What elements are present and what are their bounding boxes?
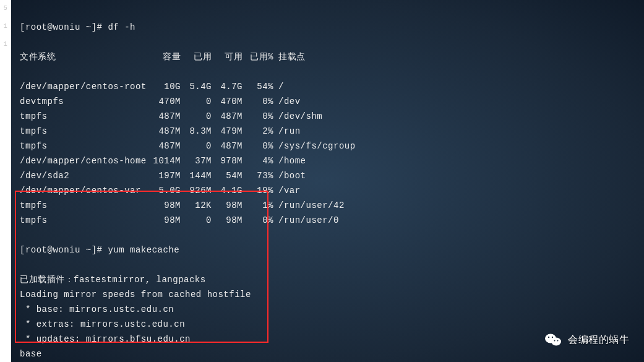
df-used: 8.3M [181, 124, 212, 139]
svg-point-5 [557, 340, 559, 342]
df-size: 10G [150, 79, 181, 94]
yum-output-line: base [20, 347, 635, 361]
df-filesystem: tmpfs [20, 124, 150, 139]
df-pct: 54% [243, 79, 273, 94]
df-size: 197M [150, 168, 181, 183]
df-avail: 54M [212, 168, 243, 183]
df-mount: /run/user/42 [273, 198, 345, 213]
df-row: /dev/mapper/centos-var5.0G926M4.1G19%/va… [20, 183, 635, 198]
df-used: 5.4G [181, 79, 212, 94]
df-filesystem: /dev/sda2 [20, 168, 150, 183]
df-filesystem: devtmpfs [20, 94, 150, 109]
header-used: 已用 [181, 50, 212, 64]
df-row: tmpfs487M8.3M479M2%/run [20, 124, 635, 139]
yum-output-line: * updates: mirrors.bfsu.edu.cn [20, 332, 635, 347]
df-pct: 4% [243, 153, 273, 168]
df-avail: 98M [212, 198, 243, 213]
df-mount: /dev [273, 94, 301, 109]
df-filesystem: tmpfs [20, 198, 150, 213]
header-filesystem: 文件系统 [20, 50, 150, 64]
df-size: 5.0G [150, 183, 181, 198]
header-size: 容量 [150, 50, 181, 64]
df-row: /dev/mapper/centos-root10G5.4G4.7G54%/ [20, 79, 635, 94]
df-size: 98M [150, 213, 181, 228]
df-mount: /run [273, 124, 301, 139]
df-row: /dev/sda2197M144M54M73%/boot [20, 168, 635, 183]
df-pct: 73% [243, 168, 273, 183]
df-row: tmpfs98M098M0%/run/user/0 [20, 213, 635, 228]
df-filesystem: /dev/mapper/centos-var [20, 183, 150, 198]
df-avail: 487M [212, 139, 243, 153]
df-pct: 2% [243, 124, 273, 139]
yum-output-line: * extras: mirrors.ustc.edu.cn [20, 317, 635, 332]
df-used: 37M [181, 153, 212, 168]
df-size: 98M [150, 198, 181, 213]
prompt-line: [root@woniu ~]# df -h [20, 20, 635, 35]
svg-point-3 [552, 337, 553, 338]
svg-point-2 [548, 337, 549, 338]
yum-output-line: 已加载插件：fastestmirror, langpacks [20, 272, 635, 287]
df-size: 487M [150, 109, 181, 124]
df-header-row: 文件系统 容量 已用 可用 已用% 挂载点 [20, 50, 635, 64]
watermark: 会编程的蜗牛 [544, 332, 629, 347]
df-mount: / [273, 79, 284, 94]
df-pct: 0% [243, 139, 273, 153]
watermark-label: 会编程的蜗牛 [568, 334, 629, 347]
df-row: /dev/mapper/centos-home1014M37M978M4%/ho… [20, 153, 635, 168]
df-avail: 470M [212, 94, 243, 109]
df-used: 0 [181, 139, 212, 153]
editor-gutter: 5 1 1 [0, 0, 11, 362]
svg-point-4 [554, 340, 556, 342]
df-mount: /var [273, 183, 301, 198]
header-pct: 已用% [243, 50, 273, 64]
yum-output-line: * base: mirrors.ustc.edu.cn [20, 302, 635, 317]
df-mount: /home [273, 153, 306, 168]
df-used: 0 [181, 94, 212, 109]
df-filesystem: tmpfs [20, 109, 150, 124]
df-row: tmpfs487M0487M0%/sys/fs/cgroup [20, 139, 635, 153]
header-mount: 挂载点 [273, 50, 306, 64]
df-used: 0 [181, 109, 212, 124]
terminal-output[interactable]: [root@woniu ~]# df -h 文件系统 容量 已用 可用 已用% … [11, 0, 644, 362]
df-used: 926M [181, 183, 212, 198]
df-avail: 4.1G [212, 183, 243, 198]
df-pct: 0% [243, 109, 273, 124]
df-row: tmpfs487M0487M0%/dev/shm [20, 109, 635, 124]
df-used: 144M [181, 168, 212, 183]
df-pct: 0% [243, 213, 273, 228]
df-row: tmpfs98M12K98M1%/run/user/42 [20, 198, 635, 213]
df-avail: 487M [212, 109, 243, 124]
prompt-line: [root@woniu ~]# yum makecache [20, 243, 635, 257]
wechat-icon [544, 332, 562, 347]
df-size: 1014M [150, 153, 181, 168]
df-row: devtmpfs470M0470M0%/dev [20, 94, 635, 109]
df-mount: /dev/shm [273, 109, 322, 124]
header-avail: 可用 [212, 50, 243, 64]
yum-output-line: Loading mirror speeds from cached hostfi… [20, 287, 635, 302]
df-filesystem: tmpfs [20, 139, 150, 153]
df-filesystem: tmpfs [20, 213, 150, 228]
df-avail: 98M [212, 213, 243, 228]
df-filesystem: /dev/mapper/centos-home [20, 153, 150, 168]
df-avail: 479M [212, 124, 243, 139]
df-size: 470M [150, 94, 181, 109]
df-pct: 0% [243, 94, 273, 109]
df-used: 12K [181, 198, 212, 213]
df-size: 487M [150, 139, 181, 153]
df-size: 487M [150, 124, 181, 139]
df-filesystem: /dev/mapper/centos-root [20, 79, 150, 94]
df-pct: 1% [243, 198, 273, 213]
df-used: 0 [181, 213, 212, 228]
df-avail: 4.7G [212, 79, 243, 94]
df-avail: 978M [212, 153, 243, 168]
df-mount: /sys/fs/cgroup [273, 139, 356, 153]
svg-point-1 [551, 338, 561, 346]
df-mount: /run/user/0 [273, 213, 339, 228]
df-mount: /boot [273, 168, 306, 183]
df-pct: 19% [243, 183, 273, 198]
